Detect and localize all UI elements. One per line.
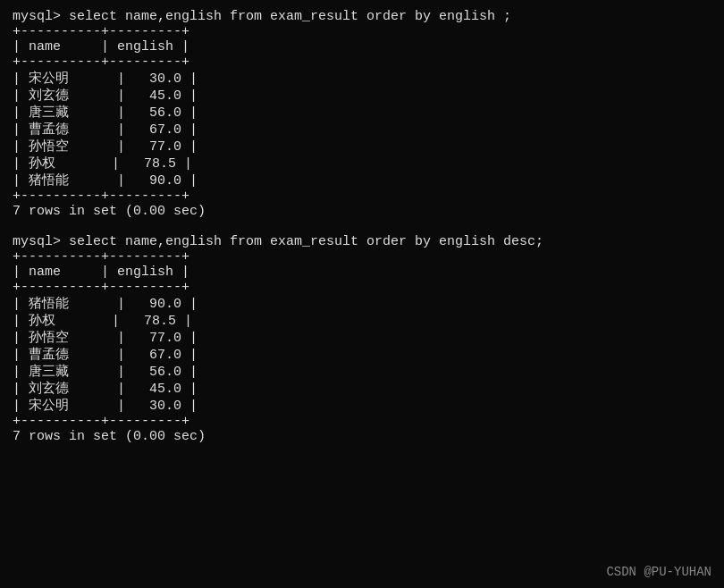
table-row: | 猪悟能 | 90.0 | bbox=[13, 172, 711, 189]
query2-prompt: mysql> select name,english from exam_res… bbox=[13, 234, 711, 249]
query2-data-rows: | 猪悟能 | 90.0 || 孙权 | 78.5 || 孙悟空 | 77.0 … bbox=[13, 295, 711, 414]
table-row: | 孙权 | 78.5 | bbox=[13, 155, 711, 172]
table-row: | 孙悟空 | 77.0 | bbox=[13, 329, 711, 346]
table-row: | 刘玄德 | 45.0 | bbox=[13, 87, 711, 104]
table-row: | 孙权 | 78.5 | bbox=[13, 312, 711, 329]
terminal-window: mysql> select name,english from exam_res… bbox=[13, 9, 711, 444]
table-row: | 唐三藏 | 56.0 | bbox=[13, 104, 711, 121]
query1-result: 7 rows in set (0.00 sec) bbox=[13, 204, 711, 219]
table-row: | 曹孟德 | 67.0 | bbox=[13, 121, 711, 138]
table-row: | 曹孟德 | 67.0 | bbox=[13, 346, 711, 363]
query2-table: +----------+---------+ | name | english … bbox=[13, 249, 711, 429]
table-row: | 刘玄德 | 45.0 | bbox=[13, 380, 711, 397]
table-row: | 猪悟能 | 90.0 | bbox=[13, 295, 711, 312]
query1-prompt: mysql> select name,english from exam_res… bbox=[13, 9, 711, 24]
query1-table: +----------+---------+ | name | english … bbox=[13, 24, 711, 204]
table-row: | 孙悟空 | 77.0 | bbox=[13, 138, 711, 155]
query2-result: 7 rows in set (0.00 sec) bbox=[13, 429, 711, 444]
table-row: | 宋公明 | 30.0 | bbox=[13, 70, 711, 87]
table-row: | 宋公明 | 30.0 | bbox=[13, 397, 711, 414]
table-row: | 唐三藏 | 56.0 | bbox=[13, 363, 711, 380]
watermark: CSDN @PU-YUHAN bbox=[606, 565, 711, 579]
query1-data-rows: | 宋公明 | 30.0 || 刘玄德 | 45.0 || 唐三藏 | 56.0… bbox=[13, 70, 711, 189]
